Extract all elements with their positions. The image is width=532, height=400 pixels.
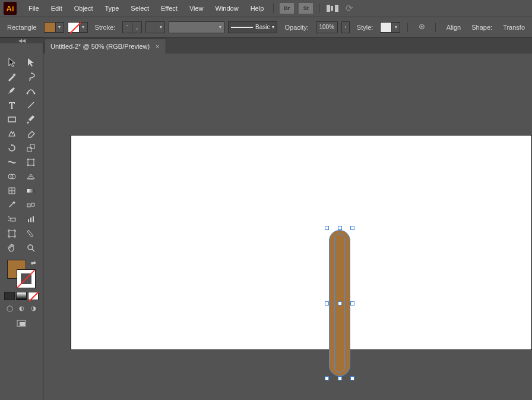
color-mode-none[interactable] (28, 292, 39, 300)
rotate-tool[interactable] (2, 141, 21, 155)
tool-panel: ⇄ ◯ ◐ ◑ (0, 43, 43, 400)
stroke-swatch[interactable] (68, 22, 80, 33)
selection-handle-top-right[interactable] (350, 226, 354, 230)
selected-shape-group[interactable] (329, 230, 350, 376)
svg-line-28 (32, 249, 34, 251)
svg-rect-3 (8, 117, 15, 122)
draw-behind-icon[interactable]: ◐ (16, 304, 27, 312)
sync-settings-icon[interactable]: ⟳ (346, 3, 353, 14)
svg-point-1 (34, 93, 36, 95)
rectangle-tool[interactable] (2, 112, 21, 127)
lasso-tool[interactable] (21, 70, 40, 84)
menu-edit[interactable]: Edit (45, 2, 68, 14)
pen-tool[interactable] (2, 84, 21, 98)
selection-tool[interactable] (2, 55, 21, 70)
paintbrush-tool[interactable] (21, 112, 40, 127)
menu-view[interactable]: View (183, 2, 210, 14)
slice-tool[interactable] (21, 226, 40, 241)
width-tool[interactable] (2, 155, 21, 169)
selection-handle-center[interactable] (338, 301, 342, 305)
eyedropper-tool[interactable] (2, 198, 21, 212)
fill-swatch[interactable] (44, 22, 56, 33)
style-dropdown-arrow[interactable]: ▾ (392, 22, 400, 33)
stroke-label[interactable]: Stroke: (91, 24, 119, 31)
fill-dropdown-arrow[interactable]: ▾ (56, 22, 64, 33)
direct-selection-tool[interactable] (21, 55, 40, 70)
fill-stroke-control[interactable]: ⇄ (7, 260, 36, 288)
stock-button[interactable]: St (299, 3, 313, 14)
perspective-grid-tool[interactable] (21, 169, 40, 184)
free-transform-tool[interactable] (21, 155, 40, 169)
brush-label: Basic (255, 24, 270, 30)
type-tool[interactable] (2, 98, 21, 112)
scale-tool[interactable] (21, 141, 40, 155)
selection-handle-mid-right[interactable] (350, 301, 354, 305)
color-mode-gradient[interactable] (16, 292, 27, 300)
eraser-tool[interactable] (21, 127, 40, 141)
color-mode-row (4, 292, 39, 300)
line-tool[interactable] (21, 98, 40, 112)
draw-mode-row: ◯ ◐ ◑ (4, 304, 39, 312)
mesh-tool[interactable] (2, 184, 21, 198)
recolor-artwork-icon[interactable]: ⊛ (419, 22, 428, 33)
screen-mode-button[interactable] (12, 318, 31, 329)
align-button[interactable]: Align (443, 24, 464, 31)
svg-rect-19 (11, 218, 15, 221)
selection-handle-bottom-right[interactable] (350, 376, 354, 380)
menu-select[interactable]: Select (125, 2, 155, 14)
artboard[interactable] (71, 135, 532, 350)
brush-definition-dropdown[interactable]: Basic ▾ (228, 21, 278, 33)
menu-file[interactable]: File (23, 2, 45, 14)
tab-close-button[interactable]: × (156, 43, 159, 50)
shaper-tool[interactable] (2, 127, 21, 141)
symbol-sprayer-tool[interactable] (2, 212, 21, 226)
stroke-variable-dropdown[interactable]: ▾ (169, 21, 224, 33)
menu-window[interactable]: Window (210, 2, 245, 14)
style-label[interactable]: Style: (353, 24, 377, 31)
stroke-swatch-dropdown[interactable]: ▾ (68, 22, 88, 33)
stroke-color-box[interactable] (17, 269, 36, 288)
menu-effect[interactable]: Effect (155, 2, 183, 14)
menu-help[interactable]: Help (245, 2, 270, 14)
column-graph-tool[interactable] (21, 212, 40, 226)
tool-panel-collapse-handle[interactable]: ◀◀ (0, 37, 43, 43)
canvas-area[interactable] (43, 53, 532, 400)
menu-object[interactable]: Object (68, 2, 99, 14)
draw-normal-icon[interactable]: ◯ (4, 304, 15, 312)
style-swatch[interactable] (380, 22, 392, 33)
opacity-label[interactable]: Opacity: (281, 24, 312, 31)
hand-tool[interactable] (2, 241, 21, 255)
shape-builder-tool[interactable] (2, 169, 21, 184)
blend-tool[interactable] (21, 198, 40, 212)
color-mode-solid[interactable] (4, 292, 15, 300)
draw-inside-icon[interactable]: ◑ (28, 304, 39, 312)
document-tab-title: Untitled-2* @ 50% (RGB/Preview) (50, 43, 150, 50)
opacity-input[interactable]: 100% (316, 21, 338, 33)
selection-handle-top-left[interactable] (325, 226, 329, 230)
transform-button[interactable]: Transfo (499, 24, 528, 31)
shape-button[interactable]: Shape: (468, 24, 496, 31)
opacity-arrow[interactable]: › (341, 21, 350, 33)
curvature-tool[interactable] (21, 84, 40, 98)
artboard-tool[interactable] (2, 226, 21, 241)
swap-fill-stroke-icon[interactable]: ⇄ (31, 260, 36, 266)
svg-point-10 (33, 165, 34, 166)
selection-handle-top-mid[interactable] (338, 226, 342, 230)
zoom-tool[interactable] (21, 241, 40, 255)
menu-type[interactable]: Type (99, 2, 125, 14)
fill-swatch-dropdown[interactable]: ▾ (44, 22, 64, 33)
variable-width-profile-dropdown[interactable]: ▾ (145, 21, 164, 33)
selection-handle-bottom-mid[interactable] (338, 376, 342, 380)
magic-wand-tool[interactable] (2, 70, 21, 84)
svg-rect-23 (28, 219, 29, 222)
document-tab-bar: Untitled-2* @ 50% (RGB/Preview) × (0, 37, 532, 54)
gradient-tool[interactable] (21, 184, 40, 198)
ctrl-divider-2 (435, 23, 436, 32)
selection-handle-bottom-left[interactable] (325, 376, 329, 380)
stroke-weight-input[interactable]: ⌃ ⌃ (122, 21, 142, 33)
document-tab[interactable]: Untitled-2* @ 50% (RGB/Preview) × (44, 39, 166, 53)
bridge-button[interactable]: Br (280, 3, 294, 14)
style-swatch-dropdown[interactable]: ▾ (380, 22, 400, 33)
selection-handle-mid-left[interactable] (325, 301, 329, 305)
arrange-documents-button[interactable]: ▾ (327, 5, 338, 12)
